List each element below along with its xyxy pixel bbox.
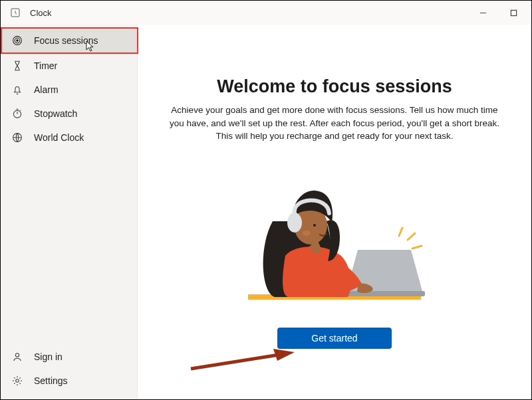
sidebar-bottom: Sign in Settings [1, 345, 137, 399]
minimize-button[interactable] [467, 2, 498, 23]
svg-point-19 [303, 231, 311, 236]
get-started-button[interactable]: Get started [277, 328, 392, 349]
sidebar-item-settings[interactable]: Settings [1, 369, 137, 393]
titlebar: Clock [1, 1, 531, 25]
svg-point-9 [16, 379, 19, 383]
globe-icon [11, 132, 23, 144]
main-content: Welcome to focus sessions Achieve your g… [138, 25, 531, 399]
sidebar-item-label: Focus sessions [34, 35, 98, 46]
sidebar-item-focus-sessions[interactable]: Focus sessions [1, 27, 137, 54]
sidebar-item-label: Alarm [34, 84, 59, 95]
sidebar-item-label: Sign in [34, 351, 63, 362]
sidebar-item-world-clock[interactable]: World Clock [1, 126, 137, 150]
sidebar-item-label: Settings [34, 375, 68, 386]
bell-icon [11, 84, 23, 96]
stopwatch-icon [11, 108, 23, 120]
svg-rect-2 [511, 10, 516, 15]
svg-line-13 [399, 228, 402, 236]
sidebar-item-label: World Clock [34, 132, 84, 143]
gear-icon [11, 375, 23, 387]
app-title: Clock [30, 8, 467, 18]
clock-app-icon [10, 7, 21, 18]
sidebar-item-label: Stopwatch [34, 108, 77, 119]
maximize-button[interactable] [498, 2, 529, 23]
sidebar-item-alarm[interactable]: Alarm [1, 78, 137, 102]
svg-point-17 [287, 213, 302, 233]
focus-illustration [228, 161, 441, 308]
person-icon [11, 351, 23, 363]
sidebar-item-stopwatch[interactable]: Stopwatch [1, 102, 137, 126]
svg-point-8 [15, 353, 19, 357]
svg-line-15 [412, 246, 422, 249]
sidebar-item-sign-in[interactable]: Sign in [1, 345, 137, 369]
sidebar-nav-list: Focus sessions Timer [1, 27, 137, 345]
svg-point-5 [17, 40, 19, 42]
svg-point-18 [313, 224, 316, 227]
bullseye-icon [11, 35, 23, 47]
svg-line-14 [408, 233, 415, 240]
sidebar: Focus sessions Timer [1, 25, 138, 399]
sidebar-item-label: Timer [34, 60, 57, 71]
sidebar-item-timer[interactable]: Timer [1, 54, 137, 78]
hourglass-icon [11, 60, 23, 72]
page-description: Achieve your goals and get more done wit… [166, 104, 503, 143]
page-headline: Welcome to focus sessions [217, 76, 452, 97]
